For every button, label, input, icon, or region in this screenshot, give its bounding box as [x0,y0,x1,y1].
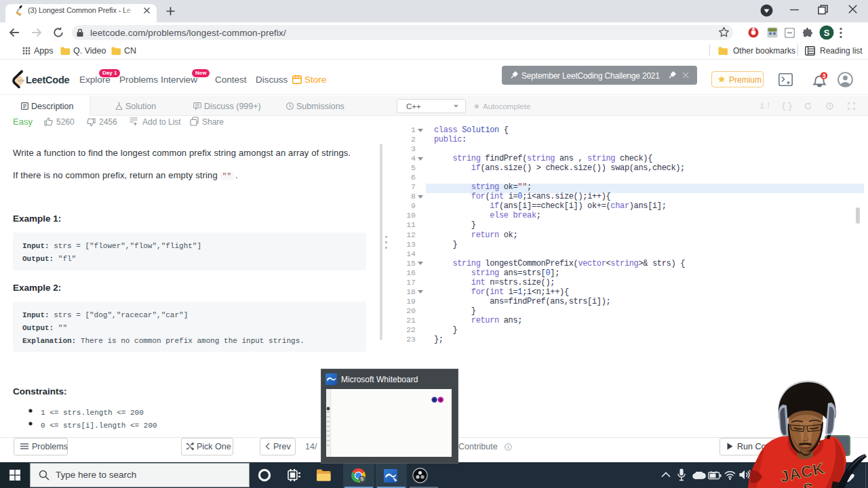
svg-text:3: 3 [823,73,826,79]
svg-text:S: S [824,28,830,38]
svg-text:S: S [803,481,813,488]
